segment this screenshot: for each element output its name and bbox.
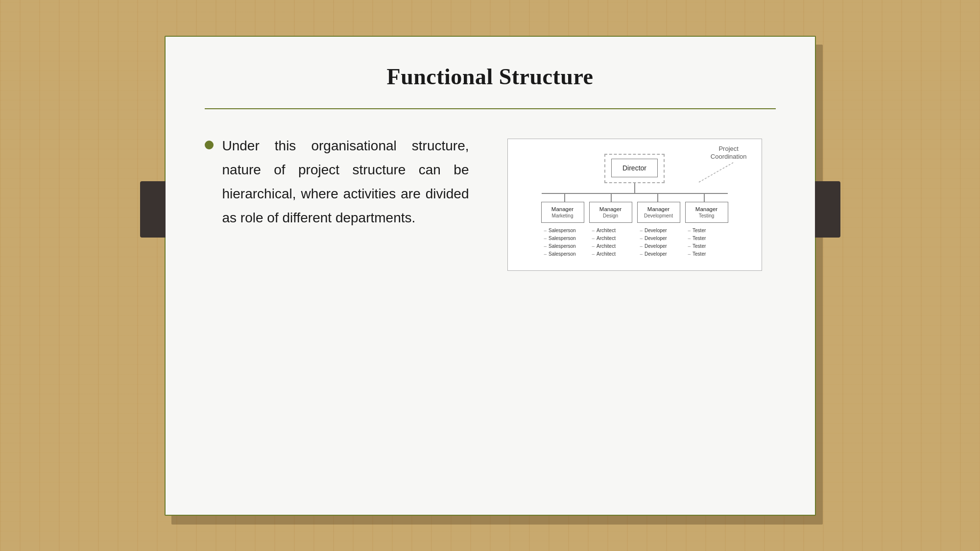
mgr-sub-2: Design xyxy=(593,213,629,218)
sub-item: Salesperson xyxy=(544,250,584,258)
sub-item: Developer xyxy=(640,242,680,250)
manager-row: Manager Marketing Manager Design Manager… xyxy=(520,202,749,223)
sub-items-row: Salesperson Salesperson Salesperson Sale… xyxy=(520,227,749,258)
sub-col-marketing: Salesperson Salesperson Salesperson Sale… xyxy=(541,227,584,258)
manager-design: Manager Design xyxy=(589,202,632,223)
sub-item: Salesperson xyxy=(544,242,584,250)
org-chart-container: ProjectCoordination Director xyxy=(507,139,762,271)
sub-item: Architect xyxy=(592,235,632,242)
chart-section: ProjectCoordination Director xyxy=(489,134,781,271)
sub-item: Architect xyxy=(592,242,632,250)
mgr-sub-4: Testing xyxy=(689,213,725,218)
sub-col-development: Developer Developer Developer Developer xyxy=(637,227,680,258)
vert-mgr-1 xyxy=(564,194,565,202)
mgr-title-2: Manager xyxy=(593,206,629,212)
sub-item: Salesperson xyxy=(544,227,584,235)
slide-title: Functional Structure xyxy=(205,64,776,104)
sub-item: Developer xyxy=(640,235,680,242)
manager-marketing: Manager Marketing xyxy=(541,202,584,223)
slide: Functional Structure Under this organisa… xyxy=(165,36,816,516)
org-wrapper: Director xyxy=(520,154,749,258)
sub-item: Developer xyxy=(640,250,680,258)
manager-testing: Manager Testing xyxy=(685,202,728,223)
sub-item: Tester xyxy=(688,235,728,242)
bullet-item: Under this organisational structure, nat… xyxy=(205,134,469,230)
vert-mgr-3 xyxy=(657,194,658,202)
slide-header: Functional Structure xyxy=(166,37,815,109)
sub-item: Tester xyxy=(688,242,728,250)
sub-item: Developer xyxy=(640,227,680,235)
mgr-sub-1: Marketing xyxy=(545,213,581,218)
sub-item: Salesperson xyxy=(544,235,584,242)
sub-item: Architect xyxy=(592,227,632,235)
sub-item: Tester xyxy=(688,227,728,235)
director-zone: Director xyxy=(604,154,665,183)
sub-item: Tester xyxy=(688,250,728,258)
mgr-title-4: Manager xyxy=(689,206,725,212)
bullet-text: Under this organisational structure, nat… xyxy=(222,134,469,230)
vert-mgr-2 xyxy=(611,194,612,202)
vert-mgr-4 xyxy=(704,194,705,202)
mgr-sub-3: Development xyxy=(641,213,677,218)
bullet-dot xyxy=(205,141,214,149)
mgr-title-3: Manager xyxy=(641,206,677,212)
slide-wrapper: Functional Structure Under this organisa… xyxy=(165,36,816,516)
vert-line-1 xyxy=(634,183,635,193)
sub-col-design: Architect Architect Architect Architect xyxy=(589,227,632,258)
text-section: Under this organisational structure, nat… xyxy=(205,134,469,230)
tab-right xyxy=(815,181,840,238)
mgr-title-1: Manager xyxy=(545,206,581,212)
manager-development: Manager Development xyxy=(637,202,680,223)
director-box: Director xyxy=(611,159,658,177)
sub-item: Architect xyxy=(592,250,632,258)
sub-col-testing: Tester Tester Tester Tester xyxy=(685,227,728,258)
tab-left xyxy=(140,181,166,238)
mgr-vert-lines xyxy=(542,194,728,202)
slide-body: Under this organisational structure, nat… xyxy=(166,109,815,515)
